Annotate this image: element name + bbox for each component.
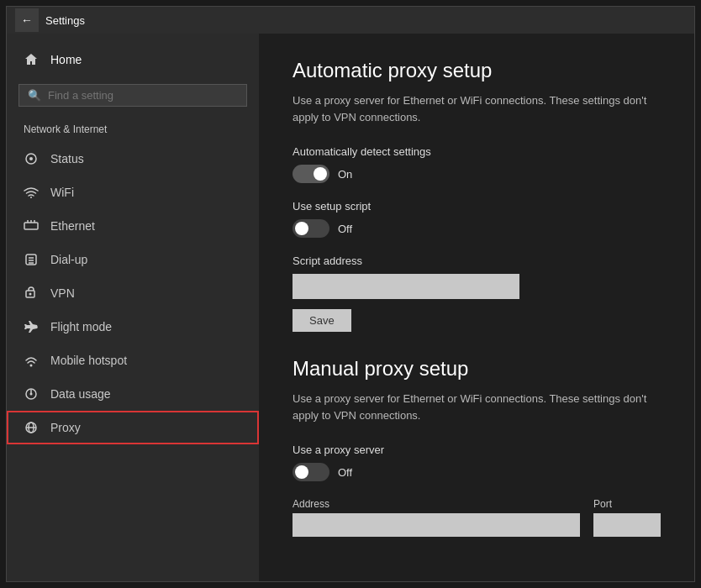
address-port-row: Address Port <box>293 498 661 537</box>
sidebar-item-hotspot[interactable]: Mobile hotspot <box>7 344 259 377</box>
manual-proxy-desc: Use a proxy server for Ethernet or WiFi … <box>293 391 661 423</box>
wifi-label: WiFi <box>50 186 74 199</box>
auto-detect-status: On <box>338 168 352 181</box>
svg-point-12 <box>29 293 32 296</box>
auto-proxy-section: Automatic proxy setup Use a proxy server… <box>293 59 661 357</box>
save-button[interactable]: Save <box>293 309 351 332</box>
manual-proxy-section: Manual proxy setup Use a proxy server fo… <box>293 357 661 537</box>
dialup-label: Dial-up <box>50 253 87 266</box>
use-proxy-label: Use a proxy server <box>293 444 661 456</box>
script-address-label: Script address <box>293 255 661 267</box>
vpn-icon <box>24 286 39 301</box>
title-bar: ← Settings <box>7 7 694 34</box>
flight-label: Flight mode <box>50 320 112 333</box>
sidebar-item-dialup[interactable]: Dial-up <box>7 243 259 276</box>
port-label: Port <box>593 498 661 510</box>
manual-proxy-title: Manual proxy setup <box>293 357 661 381</box>
status-icon <box>24 151 39 166</box>
svg-point-13 <box>30 365 33 367</box>
wifi-icon <box>24 185 39 200</box>
vpn-label: VPN <box>50 286 75 300</box>
setup-script-label: Use setup script <box>293 200 661 213</box>
use-proxy-toggle[interactable] <box>293 463 329 481</box>
auto-detect-label: Automatically detect settings <box>293 145 661 158</box>
home-icon <box>24 52 39 67</box>
auto-detect-toggle[interactable] <box>293 165 329 183</box>
port-input[interactable] <box>593 513 661 537</box>
ethernet-label: Ethernet <box>50 219 95 233</box>
home-label: Home <box>50 53 82 66</box>
sidebar-item-home[interactable]: Home <box>7 42 259 77</box>
use-proxy-toggle-row: Off <box>293 463 661 481</box>
hotspot-icon <box>24 353 39 368</box>
dialup-icon <box>24 252 39 267</box>
proxy-label: Proxy <box>50 421 81 434</box>
setup-script-toggle-row: Off <box>293 219 661 238</box>
flight-icon <box>24 319 39 334</box>
sidebar-item-ethernet[interactable]: Ethernet <box>7 209 259 243</box>
search-box[interactable]: 🔍 <box>18 84 247 107</box>
svg-point-15 <box>30 393 33 396</box>
datausage-icon <box>24 386 39 402</box>
sidebar-item-proxy[interactable]: Proxy <box>7 411 259 444</box>
window-title: Settings <box>45 14 85 27</box>
auto-proxy-desc: Use a proxy server for Ethernet or WiFi … <box>293 92 661 125</box>
svg-rect-3 <box>24 223 38 229</box>
sidebar-item-wifi[interactable]: WiFi <box>7 176 259 209</box>
sidebar-item-vpn[interactable]: VPN <box>7 276 259 310</box>
main-content: Automatic proxy setup Use a proxy server… <box>259 34 694 581</box>
use-proxy-thumb <box>295 465 308 479</box>
address-input[interactable] <box>293 513 580 537</box>
auto-proxy-title: Automatic proxy setup <box>293 59 661 82</box>
hotspot-label: Mobile hotspot <box>50 354 127 367</box>
auto-detect-thumb <box>314 167 327 181</box>
status-label: Status <box>50 152 84 165</box>
address-label: Address <box>293 498 580 510</box>
content-area: Home 🔍 Network & Internet Status <box>7 34 694 581</box>
search-input[interactable] <box>48 89 238 102</box>
setup-script-status: Off <box>338 223 352 235</box>
ethernet-icon <box>24 218 39 234</box>
auto-detect-toggle-row: On <box>293 165 661 183</box>
setup-script-thumb <box>295 222 308 235</box>
use-proxy-status: Off <box>338 466 352 479</box>
datausage-label: Data usage <box>50 387 111 401</box>
svg-point-1 <box>29 157 33 160</box>
proxy-icon <box>24 420 39 435</box>
search-icon: 🔍 <box>28 89 41 102</box>
port-group: Port <box>593 498 661 537</box>
sidebar: Home 🔍 Network & Internet Status <box>7 34 259 581</box>
back-button[interactable]: ← <box>15 8 39 32</box>
address-group: Address <box>293 498 580 537</box>
sidebar-section-label: Network & Internet <box>7 118 259 142</box>
svg-point-2 <box>30 197 32 198</box>
script-address-input[interactable] <box>293 274 519 299</box>
setup-script-toggle[interactable] <box>293 219 329 238</box>
settings-window: ← Settings Home 🔍 Network & Internet <box>6 6 695 582</box>
sidebar-item-datausage[interactable]: Data usage <box>7 377 259 411</box>
sidebar-item-status[interactable]: Status <box>7 142 259 176</box>
sidebar-item-flight[interactable]: Flight mode <box>7 310 259 344</box>
